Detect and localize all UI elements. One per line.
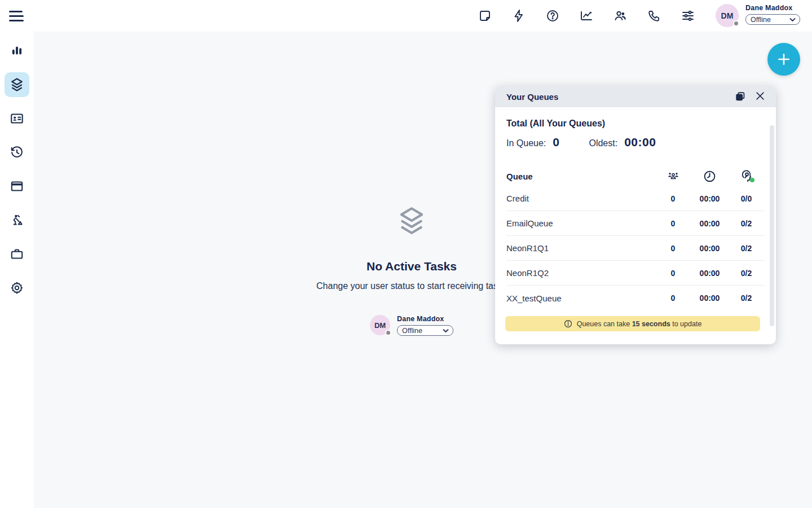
oldest-value: 00:00 (624, 135, 656, 149)
wait-time-clock-icon (691, 169, 728, 183)
status-select-value: Offline (751, 16, 771, 24)
table-row[interactable]: NeonR1Q1 0 00:00 0/2 (506, 236, 765, 261)
queue-agents: 0/2 (728, 219, 765, 228)
sidebar-item-settings[interactable] (5, 275, 29, 300)
plus-icon (776, 52, 791, 67)
user-meta: Dane Maddox Offline (745, 4, 800, 27)
avatar[interactable]: DM (716, 4, 739, 27)
sidebar-item-history[interactable] (5, 140, 29, 165)
avatar-initials: DM (721, 11, 734, 20)
sidebar-item-window[interactable] (5, 174, 29, 199)
queue-oldest: 00:00 (691, 219, 728, 228)
status-dot (385, 330, 391, 336)
user-name: Dane Maddox (397, 315, 453, 323)
queue-oldest: 00:00 (691, 244, 728, 253)
sidebar-item-metrics[interactable] (5, 38, 29, 63)
bar-chart-icon (10, 43, 24, 58)
table-row[interactable]: NeonR1Q2 0 00:00 0/2 (506, 261, 765, 286)
lightning-icon[interactable] (512, 9, 526, 23)
panel-scrollbar[interactable] (770, 125, 774, 326)
chevron-down-icon (789, 17, 796, 22)
popout-icon[interactable] (734, 90, 747, 103)
layers-icon (9, 77, 25, 93)
queue-count: 0 (655, 294, 691, 303)
queue-agents: 0/2 (728, 244, 765, 253)
queue-oldest: 00:00 (691, 294, 728, 303)
panel-header[interactable]: Your Queues (495, 86, 776, 107)
top-bar: DM Dane Maddox Offline (0, 0, 812, 32)
info-icon (564, 319, 572, 328)
user-chip: DM Dane Maddox Offline (716, 4, 800, 27)
layers-empty-icon (394, 204, 429, 239)
empty-state-title: No Active Tasks (367, 260, 457, 273)
briefcase-icon (10, 247, 24, 261)
add-button[interactable] (767, 43, 800, 76)
active-agents-icon (728, 169, 765, 183)
contacts-in-queue-icon (655, 169, 691, 183)
history-icon (10, 145, 24, 160)
sliders-icon[interactable] (681, 9, 695, 23)
sidebar-item-apps[interactable] (5, 242, 29, 266)
sidebar-item-tasks[interactable] (5, 72, 29, 97)
topbar-icon-group (478, 9, 695, 23)
sidebar-item-construction[interactable] (5, 208, 29, 233)
your-queues-panel: Your Queues Total (All Your Queues) In Q… (495, 86, 776, 344)
empty-state-user: DM Dane Maddox Offline (370, 315, 453, 336)
queue-name: XX_testQueue (506, 294, 655, 303)
chart-icon[interactable] (580, 9, 593, 23)
status-select[interactable]: Offline (397, 325, 453, 336)
contact-card-icon (10, 111, 24, 126)
digging-icon (10, 213, 24, 227)
panel-body: Total (All Your Queues) In Queue: 0 Olde… (495, 107, 776, 331)
queue-count: 0 (655, 269, 691, 278)
browser-window-icon (10, 179, 24, 194)
user-meta: Dane Maddox Offline (397, 315, 453, 336)
in-queue-label: In Queue: (506, 138, 546, 148)
table-header-row: Queue (506, 166, 765, 186)
oldest-label: Oldest: (589, 138, 617, 148)
queue-oldest: 00:00 (691, 194, 728, 203)
note-icon[interactable] (478, 9, 492, 23)
queue-agents: 0/0 (728, 194, 765, 203)
people-icon[interactable] (614, 9, 627, 23)
queue-count: 0 (655, 244, 691, 253)
empty-state-subtitle: Change your user status to start receivi… (316, 281, 507, 291)
totals-row: In Queue: 0 Oldest: 00:00 (506, 135, 765, 149)
close-icon[interactable] (754, 90, 767, 103)
help-icon[interactable] (546, 9, 559, 23)
update-notice-banner: Queues can take 15 seconds to update (505, 316, 760, 331)
table-row[interactable]: Credit 0 00:00 0/0 (506, 186, 765, 211)
queue-name: NeonR1Q2 (506, 268, 655, 278)
total-heading: Total (All Your Queues) (506, 119, 765, 129)
phone-icon[interactable] (647, 9, 661, 23)
status-dot (733, 20, 739, 27)
status-select-value: Offline (402, 327, 422, 335)
queue-agents: 0/2 (728, 294, 765, 303)
queue-column-header: Queue (506, 172, 655, 181)
notice-text: Queues can take 15 seconds to update (577, 320, 702, 328)
queue-name: EmailQueue (506, 218, 655, 228)
queue-count: 0 (655, 194, 691, 203)
queue-agents: 0/2 (728, 269, 765, 278)
sidebar (0, 32, 34, 508)
queue-oldest: 00:00 (691, 269, 728, 278)
queues-table: Queue Credit 0 00:00 0/0 (506, 166, 765, 310)
queue-name: NeonR1Q1 (506, 243, 655, 253)
avatar-initials: DM (374, 321, 386, 330)
table-row[interactable]: EmailQueue 0 00:00 0/2 (506, 211, 765, 236)
chevron-down-icon (443, 329, 449, 333)
queue-name: Credit (506, 194, 655, 203)
sidebar-item-contacts[interactable] (5, 106, 29, 131)
table-row[interactable]: XX_testQueue 0 00:00 0/2 (506, 286, 765, 310)
queue-count: 0 (655, 219, 691, 228)
menu-icon[interactable] (9, 8, 25, 24)
in-queue-value: 0 (553, 135, 559, 149)
agents-available-dot (750, 178, 754, 182)
avatar: DM (370, 315, 390, 335)
user-name: Dane Maddox (745, 4, 800, 12)
status-select[interactable]: Offline (745, 14, 800, 25)
gear-icon (10, 281, 24, 295)
panel-title: Your Queues (506, 92, 726, 102)
